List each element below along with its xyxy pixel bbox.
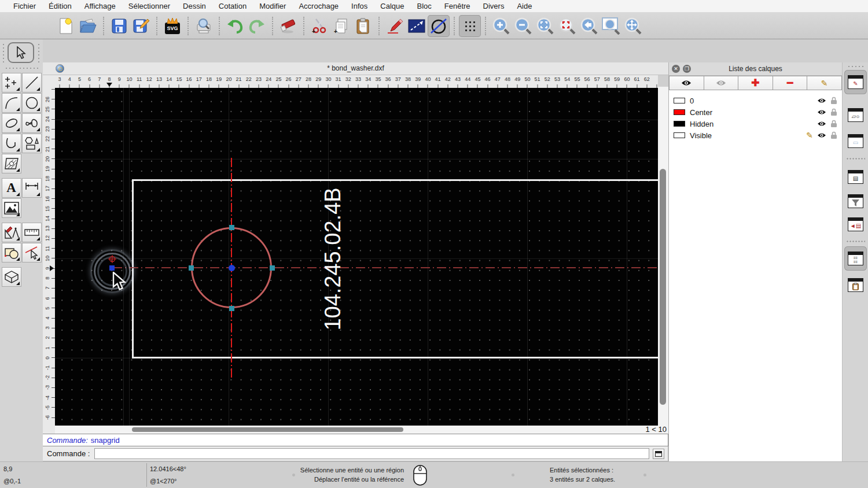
pan-button[interactable] [622,15,644,37]
dock-entity-list-button[interactable]: ▤ [844,165,867,189]
zoom-in-button[interactable] [490,15,512,37]
circle-tool-button[interactable] [22,93,42,113]
remove-layer-button[interactable]: ━ [773,76,808,90]
menu-item[interactable]: Accrochage [292,2,345,10]
circle-top-grip[interactable] [229,225,234,230]
undo-button[interactable] [224,15,246,37]
new-document-button[interactable] [55,15,77,37]
shapes-tool-button[interactable] [22,134,42,153]
dock-block-list-button[interactable]: ▱○ [844,103,867,127]
pen-attributes-button[interactable] [384,15,406,37]
layer-visibility-icon[interactable] [817,97,826,104]
menu-item[interactable]: Édition [42,2,78,10]
dock-filter-button[interactable] [844,189,867,213]
draft-mode-toggle[interactable] [428,15,450,37]
statusbar-divider [146,463,147,487]
menu-item[interactable]: Fenêtre [438,2,477,10]
layer-visibility-icon[interactable] [817,132,826,139]
dimension-tool-button[interactable] [22,178,42,198]
command-input[interactable] [94,448,649,459]
zoom-previous-button[interactable] [578,15,600,37]
layer-lock-icon[interactable] [830,108,837,116]
layer-lock-icon[interactable] [830,131,837,139]
dock-preview-button[interactable]: ▭ [844,129,867,153]
drawing-window-titlebar[interactable]: * bond_washer.dxf [43,62,668,75]
zoom-auto-button[interactable] [534,15,556,37]
paste-button[interactable] [352,15,374,37]
circle-bottom-grip[interactable] [229,306,234,311]
dock-clipboard-button[interactable] [844,273,867,297]
menu-item[interactable]: Infos [345,2,374,10]
text-tool-button[interactable]: A [2,178,21,198]
cut-button[interactable]: + [308,15,330,37]
zoom-in-icon [492,17,510,35]
layer-row[interactable]: Visible✎ [669,130,842,141]
menu-item[interactable]: Dessin [176,2,212,10]
hatch-tool-button[interactable] [2,154,21,173]
horizontal-scrollbar-handle[interactable] [132,427,403,432]
line-tool-button[interactable] [22,73,42,93]
part-number-annotation[interactable]: 104.245.02.4B [321,187,345,330]
ruler-top-number: 5 [75,76,84,82]
circle-left-grip[interactable] [189,265,194,271]
block-list-window-icon: ▱○ [848,108,863,122]
menu-item[interactable]: Cotation [212,2,253,10]
clipboard-icon [356,18,371,34]
export-svg-button[interactable]: SVG [161,15,183,37]
vertical-scrollbar[interactable] [658,87,668,432]
3d-box-tool-button[interactable] [2,267,21,287]
grid-toggle[interactable] [459,15,481,37]
add-layer-button[interactable]: ✚ [738,76,773,90]
menu-item[interactable]: Bloc [410,2,437,10]
points-tool-button[interactable] [2,73,21,93]
menu-item[interactable]: Aide [510,2,538,10]
layer-lock-icon[interactable] [830,97,837,105]
menu-item[interactable]: Sélectionner [122,2,176,10]
open-file-button[interactable] [77,15,99,37]
layer-row[interactable]: Hidden [669,118,842,130]
menu-item[interactable]: Modifier [253,2,292,10]
draft-tools-button[interactable] [2,223,21,242]
zoom-window-button[interactable] [600,15,622,37]
print-preview-button[interactable] [193,15,215,37]
measure-tool-button[interactable] [22,223,42,242]
arc-tool-button[interactable] [2,93,21,113]
layer-visibility-icon[interactable] [817,120,826,127]
centerline-endpoint-grip[interactable] [109,265,115,271]
menu-item[interactable]: Affichage [78,2,122,10]
modify-tool-button[interactable] [2,243,21,263]
layer-visibility-icon[interactable] [817,109,826,116]
redo-button[interactable] [246,15,268,37]
menu-item[interactable]: Divers [477,2,511,10]
dock-command-line-button[interactable]: ≡≡≡≡ [844,246,867,271]
show-all-layers-button[interactable] [669,76,704,90]
zoom-out-button[interactable] [512,15,534,37]
layer-row[interactable]: Center [669,106,842,118]
dock-pen-palette-button[interactable]: ✎ [844,70,867,94]
menu-item[interactable]: Fichier [7,2,42,10]
layer-row[interactable]: 0 [669,95,842,106]
spline-tool-button[interactable] [22,113,42,133]
save-button[interactable] [108,15,130,37]
polyline-tool-button[interactable] [2,134,21,153]
hide-all-layers-button[interactable] [704,76,739,90]
ellipse-tool-button[interactable] [2,113,21,133]
draw-order-button[interactable] [406,15,428,37]
drawing-canvas[interactable]: 104.245.02.4B [55,88,658,426]
command-detach-button[interactable] [653,449,664,459]
menu-item[interactable]: Calque [374,2,410,10]
image-tool-button[interactable] [2,198,21,218]
vertical-scrollbar-handle[interactable] [660,169,666,405]
deselect-tool-button[interactable] [22,243,42,263]
circle-right-grip[interactable] [270,265,275,271]
delete-button[interactable] [277,15,299,37]
copy-button[interactable]: + [330,15,352,37]
layer-lock-icon[interactable] [830,120,837,128]
zoom-redraw-button[interactable] [556,15,578,37]
horizontal-scrollbar[interactable] [55,426,641,434]
selection-pointer-button[interactable] [8,42,34,63]
circle-center-grip[interactable] [229,265,235,271]
dock-library-button[interactable]: ◄▤ [844,212,867,236]
edit-layer-button[interactable]: ✎ [807,76,842,90]
save-as-button[interactable] [130,15,152,37]
